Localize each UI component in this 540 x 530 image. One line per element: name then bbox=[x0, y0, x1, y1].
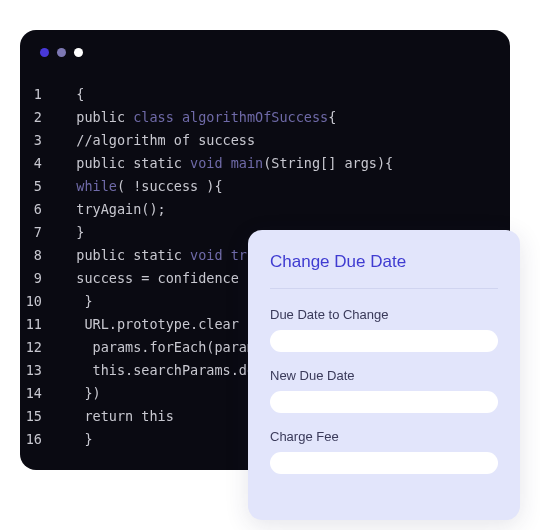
line-number: 12 bbox=[20, 336, 60, 359]
line-number: 8 bbox=[20, 244, 60, 267]
code-line[interactable]: 6 tryAgain(); bbox=[20, 198, 510, 221]
line-number: 14 bbox=[20, 382, 60, 405]
form-field: Charge Fee bbox=[270, 429, 498, 474]
line-number: 3 bbox=[20, 129, 60, 152]
line-number: 5 bbox=[20, 175, 60, 198]
code-line[interactable]: 4 public static void main(String[] args)… bbox=[20, 152, 510, 175]
code-content[interactable]: { bbox=[60, 83, 510, 106]
code-line[interactable]: 2 public class algorithmOfSuccess{ bbox=[20, 106, 510, 129]
code-content[interactable]: //algorithm of success bbox=[60, 129, 510, 152]
modal-title: Change Due Date bbox=[270, 252, 498, 289]
code-content[interactable]: public class algorithmOfSuccess{ bbox=[60, 106, 510, 129]
field-input[interactable] bbox=[270, 452, 498, 474]
field-label: Due Date to Change bbox=[270, 307, 498, 322]
traffic-light-dot[interactable] bbox=[40, 48, 49, 57]
field-label: Charge Fee bbox=[270, 429, 498, 444]
code-line[interactable]: 5 while( !success ){ bbox=[20, 175, 510, 198]
code-content[interactable]: tryAgain(); bbox=[60, 198, 510, 221]
code-content[interactable]: public static void main(String[] args){ bbox=[60, 152, 510, 175]
line-number: 6 bbox=[20, 198, 60, 221]
line-number: 9 bbox=[20, 267, 60, 290]
line-number: 11 bbox=[20, 313, 60, 336]
code-content[interactable]: while( !success ){ bbox=[60, 175, 510, 198]
change-due-date-modal: Change Due Date Due Date to ChangeNew Du… bbox=[248, 230, 520, 520]
line-number: 4 bbox=[20, 152, 60, 175]
traffic-light-dot[interactable] bbox=[74, 48, 83, 57]
form-field: New Due Date bbox=[270, 368, 498, 413]
line-number: 15 bbox=[20, 405, 60, 428]
code-line[interactable]: 3 //algorithm of success bbox=[20, 129, 510, 152]
line-number: 16 bbox=[20, 428, 60, 451]
line-number: 2 bbox=[20, 106, 60, 129]
field-input[interactable] bbox=[270, 330, 498, 352]
line-number: 1 bbox=[20, 83, 60, 106]
line-number: 7 bbox=[20, 221, 60, 244]
traffic-light-dot[interactable] bbox=[57, 48, 66, 57]
window-titlebar bbox=[20, 30, 510, 65]
code-line[interactable]: 1 { bbox=[20, 83, 510, 106]
field-label: New Due Date bbox=[270, 368, 498, 383]
line-number: 13 bbox=[20, 359, 60, 382]
form-field: Due Date to Change bbox=[270, 307, 498, 352]
field-input[interactable] bbox=[270, 391, 498, 413]
line-number: 10 bbox=[20, 290, 60, 313]
